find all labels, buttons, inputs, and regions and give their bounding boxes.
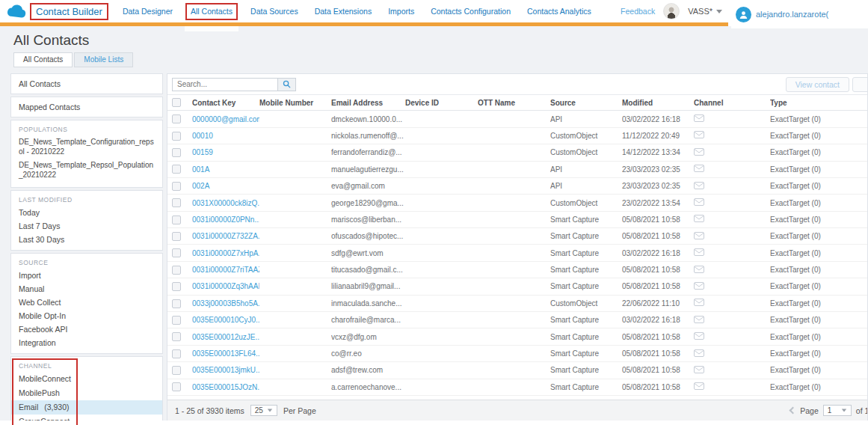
row-checkbox[interactable] [172,349,181,358]
per-page-select[interactable]: 25 [250,405,277,416]
table-row[interactable]: 001A manuelagutierrezgu... API 23/03/202… [167,162,867,178]
table-row[interactable]: 0031i00000Z7xHpA... sdfg@ewrt.vom Smart … [167,245,867,261]
feedback-link[interactable]: Feedback [621,7,655,16]
table-row[interactable]: 0035E000013jmkU... adsf@trew.com Smart C… [167,362,867,379]
contact-key-link[interactable]: 0031X00000ck8izQ... [192,199,259,207]
contact-key-link[interactable]: 0031i00000Z7riTAAZ [192,266,259,274]
col-contact-key[interactable]: Contact Key [192,99,259,107]
source-filter[interactable]: Web Collect [19,296,155,309]
row-checkbox[interactable] [172,215,181,224]
row-checkbox[interactable] [172,148,181,157]
contact-key-link[interactable]: 0031i00000Z0PNn... [192,215,259,224]
contact-key-link[interactable]: 0035E000015JOzN... [192,383,259,391]
table-row[interactable]: 0035E000015JOzN... a.carrenoechanove... … [167,379,867,396]
table-row[interactable]: 0000000@gmail.com dmckeown.10000.0... AP… [167,111,867,127]
contact-key-link[interactable]: 00159 [192,148,213,156]
table-row[interactable]: 0031i00000Z0PNn... mariscos@liberban... … [167,212,867,228]
row-checkbox[interactable] [172,266,181,275]
contact-key-link[interactable]: 0035E000012uzJE... [192,333,259,341]
row-checkbox[interactable] [172,248,181,257]
table-row[interactable]: 0033j00003B5ho5A... inmaculada.sanche...… [167,296,867,312]
select-all-checkbox[interactable] [172,98,181,107]
row-checkbox[interactable] [172,182,181,191]
row-checkbox[interactable] [172,316,181,325]
contact-key-link[interactable]: 001A [192,165,209,174]
table-row[interactable]: 0035E000012uzJE... vcxz@dfg.om Smart Cap… [167,328,867,345]
source-filter[interactable]: Mobile Opt-In [19,309,155,322]
sidebar-item-all-contacts[interactable]: All Contacts [10,73,163,94]
page-number-input[interactable]: 1 [823,405,852,416]
col-channel[interactable]: Channel [694,99,770,107]
contact-key-link[interactable]: 0035E000013FL64... [192,349,259,358]
last-modified-filter[interactable]: Last 7 Days [19,219,155,233]
search-button[interactable] [278,78,296,91]
col-device-id[interactable]: Device ID [405,99,478,107]
view-contact-button[interactable]: View contact [786,77,849,92]
nav-item[interactable]: Contacts Analytics [519,0,600,22]
row-checkbox[interactable] [172,132,181,141]
contact-key-link[interactable]: 0035E000010CyJ0... [192,316,259,324]
row-checkbox[interactable] [172,114,181,123]
last-modified-filter[interactable]: Today [19,206,155,219]
row-checkbox[interactable] [172,382,181,391]
user-avatar[interactable] [663,3,680,19]
email-channel-icon [694,165,704,172]
last-modified-filter[interactable]: Last 30 Days [19,233,155,246]
source-filter[interactable]: Integration [19,336,155,349]
channel-filter[interactable]: MobileConnect [19,372,155,386]
table-row[interactable]: 00159 ferrandoferrandiz@... CustomObject… [167,144,867,161]
row-checkbox[interactable] [172,332,181,341]
table-row[interactable]: 0031i00000Z7riTAAZ titucasado@gmail.c...… [167,262,867,278]
sidebar-item-mapped-contacts[interactable]: Mapped Contacts [10,97,163,117]
cell-type: ExactTarget (0) [770,199,867,207]
source-filter[interactable]: Manual [19,282,155,296]
contact-key-link[interactable]: 0035E000013jmkU... [192,366,259,374]
search-input[interactable] [172,78,278,91]
contact-key-link[interactable]: 0000000@gmail.com [192,115,259,123]
contact-key-link[interactable]: 00010 [192,132,213,140]
nav-item[interactable]: Data Designer [114,0,181,22]
contact-key-link[interactable]: 0031i00000Z7xHpA... [192,249,259,257]
contact-key-link[interactable]: 0031i00000Zq3hAAB [192,282,259,290]
user-badge[interactable]: alejandro.lanzarote( [731,0,868,28]
table-row[interactable]: 0031X00000ck8izQ... george18290@gma... C… [167,195,867,211]
previous-page-icon[interactable] [789,407,797,415]
account-menu[interactable]: VASS* [688,7,722,16]
row-checkbox[interactable] [172,165,181,174]
contact-key-link[interactable]: 002A [192,182,209,190]
contact-key-link[interactable]: 0031i00000Z732ZA... [192,232,259,240]
more-actions-button[interactable] [852,77,868,92]
table-row[interactable]: 0035E000010CyJ0... charofraile@marca... … [167,312,867,328]
contact-key-link[interactable]: 0033j00003B5ho5A... [192,299,259,308]
table-row[interactable]: 002A eva@gmail.com API 23/03/2023 02:35 … [167,178,867,195]
row-checkbox[interactable] [172,232,181,241]
channel-filter[interactable]: Email(3,930) [11,400,162,415]
nav-item[interactable]: All Contacts [185,3,238,20]
table-row[interactable]: 0035E000013FL64... co@rr.eo Smart Captur… [167,346,867,362]
table-row[interactable]: 0031i00000Z732ZA... ofuscados@hipotec...… [167,228,867,245]
source-filter[interactable]: Import [19,269,155,282]
col-modified[interactable]: Modified [622,99,694,107]
channel-filter[interactable]: MobilePush [19,386,155,400]
population-item[interactable]: DE_News_Template_Configuration_repsol - … [19,137,155,156]
col-type[interactable]: Type [770,99,867,107]
nav-item[interactable]: Imports [380,0,422,22]
tab[interactable]: All Contacts [13,52,73,67]
table-row[interactable]: 00010 nickolas.rumenoff@... CustomObject… [167,128,867,144]
source-filter[interactable]: Facebook API [19,322,155,336]
col-mobile-number[interactable]: Mobile Number [259,99,331,107]
row-checkbox[interactable] [172,366,181,375]
row-checkbox[interactable] [172,282,181,291]
row-checkbox[interactable] [172,198,181,207]
nav-item[interactable]: Data Extensions [307,0,380,22]
nav-item[interactable]: Data Sources [242,0,307,22]
row-checkbox[interactable] [172,299,181,308]
col-email-address[interactable]: Email Address [331,99,405,107]
app-title[interactable]: Contact Builder [30,3,108,20]
population-item[interactable]: DE_News_Template_Repsol_Population_20210… [19,160,155,180]
col-source[interactable]: Source [550,99,622,107]
nav-item[interactable]: Contacts Configuration [422,0,519,22]
col-ott-name[interactable]: OTT Name [478,99,550,107]
tab[interactable]: Mobile Lists [74,52,133,67]
table-row[interactable]: 0031i00000Zq3hAAB lilianaabril9@gmail...… [167,278,867,295]
